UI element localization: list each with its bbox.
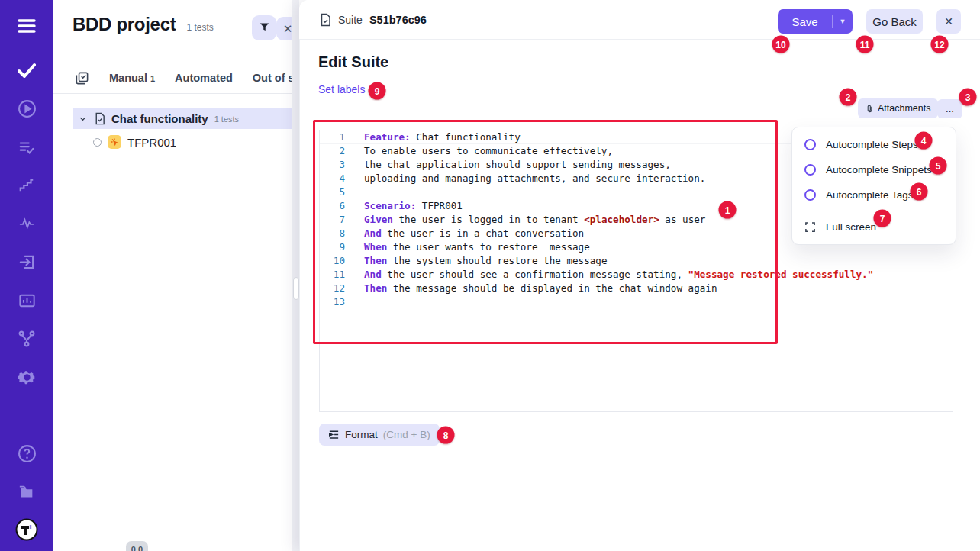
line-number: 4 (320, 172, 352, 185)
test-row-label: TFPR001 (127, 136, 176, 149)
line-number: 10 (320, 254, 352, 268)
line-number: 13 (320, 295, 352, 309)
suite-file-icon (94, 112, 105, 125)
tree-footer-hint: 0.0 (126, 541, 148, 551)
suite-title: Suite S51b76c96 (319, 13, 427, 27)
tabs-divider (53, 93, 299, 94)
panel-resize-handle[interactable] (293, 277, 299, 300)
folder-icon[interactable] (0, 479, 53, 505)
import-icon[interactable] (0, 249, 53, 275)
radio-icon[interactable] (804, 189, 816, 201)
panel-divider (292, 0, 299, 551)
suite-row-label: Chat functionality (111, 112, 208, 125)
branch-icon[interactable] (0, 326, 53, 352)
paperclip-icon (866, 104, 874, 114)
test-radio[interactable] (93, 138, 102, 147)
code-text: And the user should see a confirmation m… (364, 268, 873, 282)
tab-automated[interactable]: Automated (175, 72, 233, 84)
header-actions: Save ▼ Go Back ✕ (778, 9, 961, 34)
app-window: BDD project 1 tests ✕ Manual 1 Automated (0, 0, 980, 551)
tests-check-icon[interactable] (0, 57, 53, 83)
editor-options-menu: Autocomplete Steps Autocomplete Snippets… (791, 127, 956, 245)
gear-icon[interactable] (0, 364, 53, 390)
attachments-button[interactable]: Attachments (858, 98, 938, 118)
format-button[interactable]: Format (Cmd + B) (319, 424, 440, 446)
activity-icon[interactable] (0, 211, 53, 237)
tests-list-icon (75, 71, 89, 85)
project-header: BDD project 1 tests (73, 14, 214, 35)
code-line[interactable]: 10Then the system should restore the mes… (320, 254, 953, 268)
code-line[interactable]: 13 (320, 295, 953, 309)
code-line[interactable]: 12Then the message should be displayed i… (320, 282, 953, 295)
line-number: 1 (320, 130, 352, 143)
bar-chart-icon[interactable] (0, 288, 53, 314)
format-shortcut-hint: (Cmd + B) (383, 429, 430, 440)
list-check-icon[interactable] (0, 134, 53, 160)
suite-row-chat-functionality[interactable]: Chat functionality 1 tests (73, 108, 292, 129)
tree-panel: BDD project 1 tests ✕ Manual 1 Automated (53, 0, 299, 551)
line-number: 2 (320, 144, 352, 158)
menu-item-autocomplete-steps[interactable]: Autocomplete Steps (792, 132, 956, 157)
go-back-button[interactable]: Go Back (866, 9, 923, 34)
chevron-down-icon[interactable] (79, 114, 87, 123)
close-icon: ✕ (944, 15, 953, 27)
line-number: 8 (320, 227, 352, 240)
filter-icon (259, 21, 270, 35)
set-labels-link[interactable]: Set labels (318, 83, 365, 98)
code-text: Scenario: TFPR001 (364, 199, 463, 213)
logo-icon[interactable] (0, 517, 53, 543)
steps-icon[interactable] (0, 172, 53, 198)
line-number: 3 (320, 158, 352, 172)
project-test-count: 1 tests (186, 22, 213, 33)
click-emoji-icon (108, 135, 121, 149)
app-sidebar (0, 0, 53, 551)
code-text: Then the message should be displayed in … (364, 282, 717, 295)
code-text: Given the user is logged in to tenant <p… (364, 213, 705, 227)
menu-divider (792, 211, 956, 211)
line-number: 7 (320, 213, 352, 227)
suite-id: S51b76c96 (369, 14, 427, 26)
play-circle-icon[interactable] (0, 95, 53, 121)
close-icon: ✕ (283, 22, 293, 36)
menu-item-full-screen[interactable]: Full screen (792, 214, 956, 240)
drawer-header: Suite S51b76c96 Save ▼ Go Back ✕ (299, 0, 980, 40)
indent-format-icon (328, 429, 340, 440)
line-number: 12 (320, 282, 352, 295)
filter-button[interactable] (252, 15, 276, 40)
tab-manual[interactable]: Manual 1 (109, 72, 155, 84)
help-icon[interactable] (0, 440, 53, 466)
code-text: To enable users to communicate effective… (364, 144, 613, 158)
code-line[interactable]: 11And the user should see a confirmation… (320, 268, 953, 282)
suite-row-count: 1 tests (214, 114, 239, 124)
code-text: And the user is in a chat conversation (364, 227, 584, 240)
code-text: the chat application should support send… (364, 158, 671, 172)
more-options-button[interactable]: ... (937, 99, 962, 118)
suite-label: Suite (338, 14, 363, 26)
radio-icon[interactable] (804, 164, 816, 176)
line-number: 11 (320, 268, 352, 282)
code-text: Then the system should restore the messa… (364, 254, 607, 268)
test-row-tfpr001[interactable]: TFPR001 (93, 131, 176, 153)
fullscreen-icon (804, 221, 816, 233)
save-button[interactable]: Save ▼ (778, 9, 853, 34)
code-text: Feature: Chat functionality (364, 130, 521, 143)
suite-file-icon (319, 13, 331, 27)
radio-icon[interactable] (804, 139, 816, 150)
project-title: BDD project (73, 14, 176, 35)
drawer-close-button[interactable]: ✕ (936, 9, 961, 34)
line-number: 6 (320, 199, 352, 213)
menu-item-autocomplete-snippets[interactable]: Autocomplete Snippets (792, 157, 956, 182)
chevron-down-icon[interactable]: ▼ (833, 18, 853, 25)
menu-item-autocomplete-tags[interactable]: Autocomplete Tags (792, 182, 956, 208)
line-number: 9 (320, 240, 352, 254)
page-title: Edit Suite (318, 53, 388, 71)
code-text: uploading and managing attachments, and … (364, 172, 705, 185)
tests-tabs: Manual 1 Automated Out of sy (75, 67, 299, 89)
menu-icon[interactable] (0, 13, 53, 39)
line-number: 5 (320, 185, 352, 199)
code-text: When the user wants to restore message (364, 240, 590, 254)
